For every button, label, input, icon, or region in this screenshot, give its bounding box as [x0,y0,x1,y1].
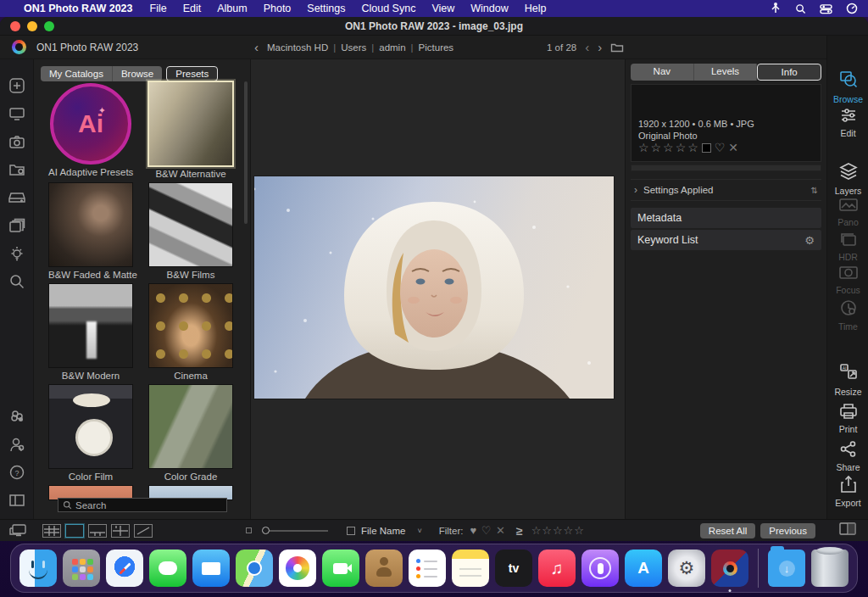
menu-file[interactable]: File [150,3,167,14]
app-menu-title[interactable]: ON1 Photo RAW 2023 [24,3,133,14]
dock-notes[interactable] [452,550,489,587]
color-label-chip[interactable] [702,143,711,153]
breadcrumb-admin[interactable]: admin [379,42,405,53]
previous-button[interactable]: Previous [760,523,815,538]
rating-gte-icon[interactable]: ≥ [516,524,523,538]
disclosure-icon[interactable]: › [634,184,637,196]
menu-cloud-sync[interactable]: Cloud Sync [361,3,415,14]
preset-bw-modern[interactable]: B&W Modern [48,283,133,381]
cloud-folder-icon[interactable] [8,160,26,179]
control-center-icon[interactable] [820,3,832,14]
module-hdr[interactable]: HDR [827,231,868,262]
filter-rejected-icon[interactable]: ✕ [496,524,506,537]
keyword-list-section-header[interactable]: Keyword List ⚙ [631,230,821,250]
toggle-right-panel-icon[interactable] [839,522,856,538]
breadcrumb-volume[interactable]: Macintosh HD [267,42,328,53]
preset-bw-alternative[interactable]: B&W Alternative [148,81,233,179]
preset-ai-adaptive[interactable]: Ai ✦ AI Adaptive Presets [48,81,133,177]
dock-music[interactable]: ♫ [538,550,576,587]
gear-icon[interactable]: ⚙ [804,234,815,247]
siri-clock-icon[interactable] [846,3,858,14]
tab-levels[interactable]: Levels [694,64,758,81]
dock-finder[interactable] [19,550,57,587]
dock-photos[interactable] [279,550,316,587]
previous-photo-icon[interactable]: ‹ [585,40,589,54]
menu-window[interactable]: Window [470,3,508,14]
breadcrumb-users[interactable]: Users [341,42,366,53]
rating-stars[interactable]: ☆☆☆☆☆ [638,141,700,154]
toggle-left-panel-icon[interactable] [8,491,26,510]
preset-bw-films[interactable]: B&W Films [148,182,233,280]
breadcrumb-pictures[interactable]: Pictures [419,42,454,53]
module-layers[interactable]: Layers [827,161,868,196]
module-resize[interactable]: AI Resize [827,362,868,397]
help-icon[interactable]: ? [8,463,26,482]
module-browse[interactable]: Browse [827,70,868,104]
filter-liked-icon[interactable]: ♥ [470,524,477,537]
search-input[interactable] [75,500,220,511]
drive-icon[interactable] [8,188,26,207]
dock-tv[interactable]: tv [495,550,532,587]
thumbnail-size-slider[interactable] [262,530,328,532]
menu-help[interactable]: Help [525,3,547,14]
dock-maps[interactable] [236,550,273,587]
search-rail-icon[interactable] [8,272,26,291]
dock-facetime[interactable] [322,550,359,587]
dock-mail[interactable] [192,550,230,587]
preset-search[interactable] [58,498,227,512]
dual-display-icon[interactable] [8,523,27,538]
title-bar[interactable]: ON1 Photo RAW 2023 - image_03.jpg [0,17,868,36]
dock-contacts[interactable] [365,550,403,587]
dock-system-settings[interactable]: ⚙ [668,550,705,587]
camera-icon[interactable] [8,132,26,151]
view-detail-button[interactable] [65,524,84,538]
presets-scrollbar[interactable] [244,81,248,224]
computer-icon[interactable] [8,104,26,123]
tab-presets[interactable]: Presets [166,66,218,81]
filter-not-liked-icon[interactable]: ♡ [481,524,492,537]
module-focus[interactable]: Focus [827,265,868,295]
menu-view[interactable]: View [431,3,454,14]
folder-icon[interactable] [610,42,624,53]
module-edit[interactable]: Edit [827,107,868,138]
tab-info[interactable]: Info [757,64,821,81]
preset-color-film[interactable]: Color Film [48,384,133,482]
breadcrumb-back-icon[interactable]: ‹ [254,40,259,54]
dock-podcasts[interactable] [581,550,619,587]
tab-nav[interactable]: Nav [631,64,694,81]
module-print[interactable]: Print [827,402,868,434]
metadata-section-header[interactable]: Metadata [631,208,821,228]
module-pano[interactable]: Pano [827,197,868,227]
menu-album[interactable]: Album [217,3,247,14]
filter-stars[interactable]: ☆☆☆☆☆ [531,524,585,537]
preset-bw-faded-matte[interactable]: B&W Faded & Matte [48,182,133,280]
dock-trash[interactable] [811,550,849,587]
dock-downloads[interactable] [768,550,805,587]
tab-my-catalogs[interactable]: My Catalogs [41,66,113,81]
spotlight-icon[interactable] [795,3,806,14]
view-filmstrip-button[interactable] [88,524,107,538]
module-export[interactable]: Export [827,475,868,508]
like-heart-icon[interactable]: ♡ [715,141,726,154]
view-grid-button[interactable] [42,524,61,538]
view-map-button[interactable] [134,524,153,538]
module-share[interactable]: Share [827,440,868,472]
tab-browse[interactable]: Browse [113,66,162,81]
account-icon[interactable] [8,435,26,454]
selected-photo[interactable] [254,176,614,399]
dock-launchpad[interactable] [63,550,100,587]
menu-edit[interactable]: Edit [183,3,202,14]
smart-bulb-icon[interactable] [8,244,26,263]
dock-app-store[interactable]: A [625,550,662,587]
slider-knob[interactable] [262,527,270,534]
menu-photo[interactable]: Photo [264,3,292,14]
menu-settings[interactable]: Settings [307,3,345,14]
stepper-icon[interactable]: ⇅ [811,186,818,195]
dock-messages[interactable] [149,550,186,587]
preset-color-grade[interactable]: Color Grade [148,384,233,482]
preset-cinema[interactable]: Cinema [148,283,233,381]
next-photo-icon[interactable]: › [598,40,602,54]
sync-status-icon[interactable] [8,407,26,426]
view-compare-button[interactable] [111,524,130,538]
reset-all-button[interactable]: Reset All [700,523,755,538]
